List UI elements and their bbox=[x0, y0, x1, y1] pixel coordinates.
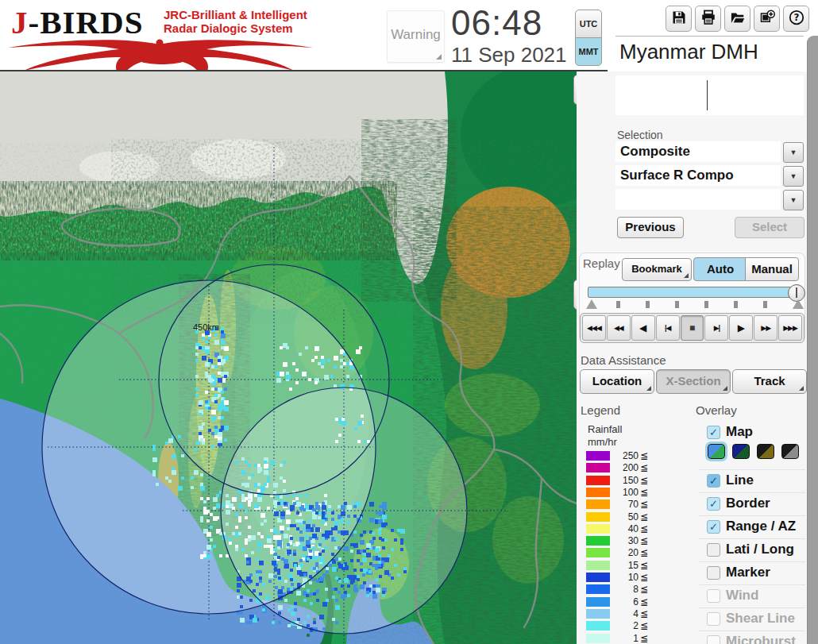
timeline-tick bbox=[734, 301, 738, 308]
legend-color-swatch bbox=[586, 499, 610, 509]
legend-row: 100≦ bbox=[586, 487, 681, 499]
legend-symbol: ≦ bbox=[640, 620, 648, 632]
overlay-item-marker: Marker bbox=[702, 564, 805, 584]
selection-value-1[interactable]: Composite bbox=[615, 141, 781, 162]
overlay-item-label: Range / AZ bbox=[726, 519, 796, 534]
snapshot-add-button[interactable] bbox=[754, 6, 780, 32]
help-button[interactable]: ? bbox=[783, 6, 809, 32]
playback-controls: ◀◀◀◀◀◀|◀■▶|▶▶▶▶▶▶ bbox=[580, 313, 804, 343]
legend-value: 1 bbox=[613, 633, 639, 644]
step-back-button[interactable]: |◀ bbox=[656, 315, 680, 341]
timeline-tick bbox=[704, 301, 708, 308]
overlay-item-label: Wind bbox=[726, 588, 758, 604]
legend-symbol: ≦ bbox=[640, 633, 648, 644]
x-section-button[interactable]: X-Section bbox=[656, 369, 731, 394]
overlay-item-label: Border bbox=[726, 496, 770, 511]
overlay-item-lati-long: Lati / Long bbox=[702, 541, 805, 561]
station-info-field[interactable] bbox=[615, 75, 804, 115]
legend-color-swatch bbox=[586, 634, 610, 643]
checkbox[interactable] bbox=[707, 566, 720, 580]
svg-text:?: ? bbox=[793, 12, 799, 23]
auto-mode-button[interactable]: Auto bbox=[693, 257, 747, 281]
logo-title: J-BIRDS bbox=[11, 3, 143, 41]
legend-row: 6≦ bbox=[586, 596, 681, 608]
replay-timeline-slider[interactable] bbox=[588, 287, 798, 298]
dropdown-arrow-icon[interactable]: ▼ bbox=[783, 190, 804, 210]
jbirds-logo: J-BIRDS JRC-Brilliant & Intelligent Rada… bbox=[6, 2, 318, 70]
stop-button[interactable]: ■ bbox=[681, 315, 704, 341]
previous-button[interactable]: Previous bbox=[617, 217, 684, 238]
open-folder-button[interactable] bbox=[724, 6, 750, 32]
overlay-item-label: Shear Line bbox=[726, 611, 795, 627]
legend-color-swatch bbox=[586, 451, 610, 461]
selection-value-3[interactable] bbox=[615, 189, 781, 210]
checkbox[interactable]: ✓ bbox=[707, 497, 720, 511]
overlay-item-label: Lati / Long bbox=[726, 542, 794, 557]
select-button[interactable]: Select bbox=[735, 217, 804, 238]
style-black-gray-swatch[interactable] bbox=[781, 444, 799, 459]
legend-symbol: ≦ bbox=[640, 511, 648, 523]
legend-value: 150 bbox=[613, 475, 639, 487]
legend-row: 20≦ bbox=[586, 547, 681, 559]
step-forward-button[interactable]: ▶| bbox=[704, 315, 728, 341]
radar-map[interactable]: 450km bbox=[0, 71, 577, 644]
print-button[interactable] bbox=[695, 6, 721, 32]
manual-mode-button[interactable]: Manual bbox=[745, 257, 799, 281]
fast-rewind-3-button[interactable]: ◀◀◀ bbox=[582, 315, 606, 341]
legend-color-swatch bbox=[586, 463, 610, 472]
checkbox[interactable]: ✓ bbox=[707, 426, 720, 439]
checkbox[interactable] bbox=[707, 543, 720, 557]
checkbox[interactable]: ✓ bbox=[707, 520, 720, 534]
legend-color-swatch bbox=[586, 476, 610, 485]
legend-symbol: ≦ bbox=[640, 560, 648, 572]
legend-row: 15≦ bbox=[586, 560, 681, 572]
legend-color-swatch bbox=[586, 621, 610, 631]
legend-row: 10≦ bbox=[586, 572, 681, 584]
help-icon: ? bbox=[789, 10, 804, 29]
play-button[interactable]: ▶ bbox=[729, 315, 753, 341]
legend-value: 50 bbox=[613, 511, 639, 523]
logo-j: J bbox=[11, 4, 29, 40]
legend-symbol: ≦ bbox=[640, 523, 648, 535]
location-button[interactable]: Location bbox=[580, 369, 654, 394]
header-separator bbox=[615, 36, 804, 37]
style-navy-green-swatch[interactable] bbox=[732, 444, 750, 459]
tagline-line2: Radar Dialogic System bbox=[164, 21, 318, 35]
save-icon bbox=[671, 10, 687, 29]
dropdown-arrow-icon[interactable]: ▼ bbox=[783, 166, 804, 187]
timezone-mmt-button[interactable]: MMT bbox=[575, 37, 602, 66]
legend-row: 8≦ bbox=[586, 584, 681, 596]
panel-edge-strip[interactable] bbox=[807, 36, 818, 644]
snapshot-add-icon bbox=[759, 10, 775, 29]
legend-value: 30 bbox=[613, 535, 639, 547]
track-button[interactable]: Track bbox=[732, 369, 807, 394]
warning-button[interactable]: Warning bbox=[387, 10, 445, 63]
play-reverse-button[interactable]: ◀ bbox=[631, 315, 655, 341]
timeline-tick bbox=[675, 301, 679, 308]
dropdown-arrow-icon[interactable]: ▼ bbox=[783, 142, 804, 163]
legend-symbol: ≦ bbox=[640, 499, 648, 511]
style-black-olive-swatch[interactable] bbox=[757, 444, 774, 459]
legend-row: 4≦ bbox=[586, 608, 681, 620]
checkbox[interactable]: ✓ bbox=[707, 474, 720, 488]
overlay-item-shear-line: Shear Line bbox=[702, 610, 805, 631]
bookmark-button[interactable]: Bookmark bbox=[622, 258, 692, 281]
fast-forward-3-button[interactable]: ▶▶▶ bbox=[778, 315, 802, 341]
save-button[interactable] bbox=[666, 6, 692, 32]
timezone-utc-button[interactable]: UTC bbox=[575, 10, 602, 38]
fast-forward-button[interactable]: ▶▶ bbox=[754, 315, 777, 341]
overlay-item-label: Microburst bbox=[726, 634, 796, 644]
fast-rewind-button[interactable]: ◀◀ bbox=[607, 315, 631, 341]
checkbox bbox=[707, 635, 720, 644]
map-region: 450km bbox=[0, 70, 608, 644]
logo-tagline: JRC-Brilliant & Intelligent Radar Dialog… bbox=[164, 8, 318, 35]
selection-dropdown-1: Composite▼ bbox=[615, 141, 804, 162]
legend-value: 250 bbox=[613, 450, 639, 462]
legend-row: 150≦ bbox=[586, 475, 681, 487]
selection-dropdown-3: ▼ bbox=[615, 189, 804, 210]
legend-symbol: ≦ bbox=[640, 596, 648, 608]
style-blue-green-swatch[interactable] bbox=[708, 444, 725, 459]
legend-row: 1≦ bbox=[586, 633, 681, 644]
selection-value-2[interactable]: Surface R Compo bbox=[615, 165, 781, 186]
replay-label: Replay bbox=[583, 256, 620, 270]
